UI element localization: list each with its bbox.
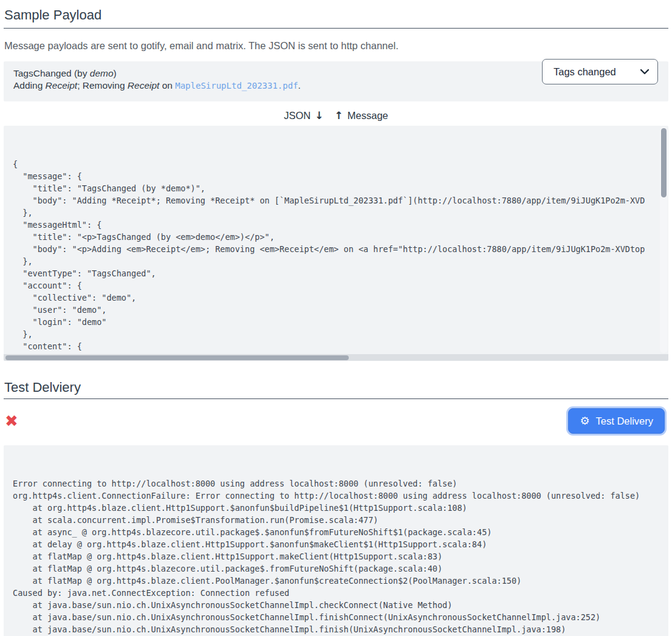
json-toggle-label: JSON <box>284 110 310 121</box>
chevron-down-icon <box>640 69 650 75</box>
json-payload-codeblock: { "message": { "title": "TagsChanged (by… <box>4 126 668 361</box>
on-text: on <box>159 80 175 91</box>
event-sample-line2: Adding Receipt; Removing Receipt on Mapl… <box>13 80 535 92</box>
tag-removed-text: Receipt <box>128 80 160 91</box>
arrow-up-icon: ↑ <box>335 109 343 121</box>
message-toggle-label: Message <box>348 110 388 121</box>
event-type-selected-value: Tags changed <box>554 66 616 78</box>
adding-text: Adding <box>13 80 46 91</box>
json-view-toggle[interactable]: JSON ↓ <box>284 109 323 121</box>
event-sample-line1: TagsChanged (by demo) <box>13 67 535 80</box>
event-user-text: demo <box>90 68 114 78</box>
vertical-scrollbar-thumb[interactable] <box>661 128 667 197</box>
arrow-down-icon: ↓ <box>315 109 323 121</box>
item-file-link[interactable]: MapleSirupLtd_202331.pdf <box>175 81 298 91</box>
event-sample-box: TagsChanged (by demo) Adding Receipt; Re… <box>4 61 668 101</box>
sample-payload-description: Message payloads are sent to gotify, ema… <box>4 38 668 53</box>
test-delivery-controls: ✖ ⚙ Test Delivery <box>4 408 668 434</box>
delivery-error-codeblock: Error connecting to http://localhost:800… <box>4 445 668 636</box>
event-name-suffix: ) <box>114 68 117 78</box>
event-name-text: TagsChanged (by <box>13 68 90 78</box>
message-view-toggle[interactable]: ↑ Message <box>335 109 388 121</box>
horizontal-scrollbar[interactable] <box>4 354 668 361</box>
test-delivery-button-label: Test Delivery <box>596 415 653 427</box>
tag-added-text: Receipt <box>46 80 78 91</box>
page: Sample Payload Message payloads are sent… <box>0 0 672 636</box>
vertical-scrollbar[interactable] <box>660 127 668 353</box>
payload-view-toggle: JSON ↓ ↑ Message <box>4 109 668 121</box>
horizontal-scrollbar-thumb[interactable] <box>5 355 349 360</box>
test-delivery-title: Test Delviery <box>4 372 668 399</box>
json-payload-text: { "message": { "title": "TagsChanged (by… <box>4 150 668 361</box>
event-type-select[interactable]: Tags changed <box>542 59 658 84</box>
gear-icon: ⚙ <box>580 415 589 426</box>
period-text: . <box>298 80 301 91</box>
delivery-error-text: Error connecting to http://localhost:800… <box>4 470 668 636</box>
sample-payload-title: Sample Payload <box>4 0 668 29</box>
removing-text: ; Removing <box>77 80 128 91</box>
test-delivery-button[interactable]: ⚙ Test Delivery <box>568 408 665 434</box>
delivery-failed-icon: ✖ <box>5 412 18 429</box>
